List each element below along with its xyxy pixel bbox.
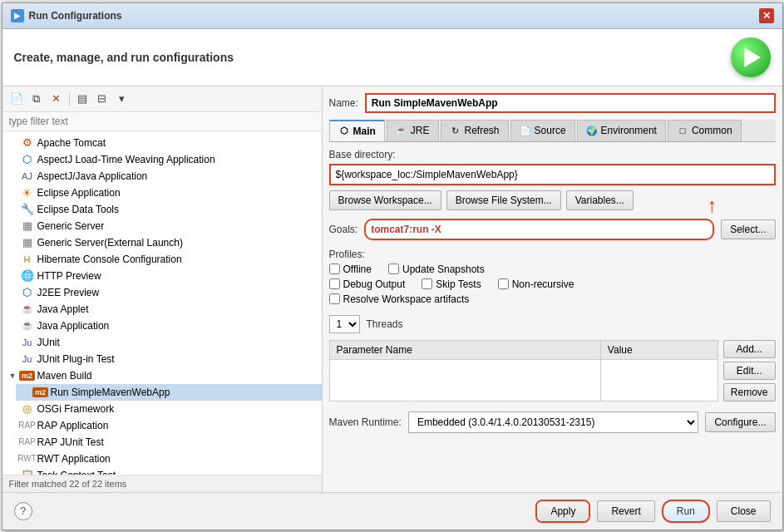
tomcat-icon: ⚙ bbox=[21, 136, 34, 150]
tree-item-http[interactable]: 🌐 HTTP Preview bbox=[2, 268, 322, 284]
debug-output-label: Debug Output bbox=[343, 278, 406, 290]
tab-main[interactable]: ⬡ Main bbox=[329, 120, 385, 141]
tree-item-label: Apache Tomcat bbox=[37, 137, 106, 149]
tree-item-label: Run SimpleMavenWebApp bbox=[51, 387, 170, 398]
tree-item-java-applet[interactable]: ☕ Java Applet bbox=[2, 301, 322, 318]
tree-item-java-app[interactable]: ☕ Java Application bbox=[2, 318, 322, 334]
filter-status: Filter matched 22 of 22 items bbox=[2, 475, 322, 492]
tree-item-j2ee[interactable]: ⬡ J2EE Preview bbox=[2, 284, 322, 301]
tree-item-aspectj-java[interactable]: AJ AspectJ/Java Application bbox=[2, 168, 322, 185]
tree-item-task-context[interactable]: 📋 Task Context Test bbox=[2, 467, 322, 475]
name-input[interactable] bbox=[365, 93, 776, 113]
tree-item-label: RWT Application bbox=[37, 453, 111, 465]
tree-item-rap-junit[interactable]: RAP RAP JUnit Test bbox=[2, 434, 322, 451]
skip-tests-checkbox[interactable] bbox=[422, 278, 432, 289]
help-button[interactable]: ? bbox=[14, 502, 32, 520]
non-recursive-label: Non-recursive bbox=[512, 278, 574, 290]
tab-refresh-label: Refresh bbox=[465, 125, 500, 136]
tree-item-junit-plugin[interactable]: Ju JUnit Plug-in Test bbox=[2, 351, 322, 367]
aspectj-icon: ⬡ bbox=[21, 153, 34, 166]
dialog-icon: ▶ bbox=[11, 9, 24, 22]
profiles-section: Profiles: Offline Update Snapshots Debug… bbox=[329, 249, 776, 308]
add-param-button[interactable]: Add... bbox=[723, 340, 776, 358]
expand-arrow-icon: ▼ bbox=[9, 372, 17, 380]
tree-item-generic-server[interactable]: ▦ Generic Server bbox=[2, 218, 322, 234]
filter-input[interactable] bbox=[2, 112, 322, 131]
more-button[interactable]: ▾ bbox=[113, 90, 131, 108]
checkbox-resolve-workspace[interactable]: Resolve Workspace artifacts bbox=[329, 293, 470, 305]
duplicate-config-button[interactable]: ⧉ bbox=[27, 90, 46, 108]
threads-select[interactable]: 1 2 4 bbox=[329, 315, 360, 333]
tree-item-eclipse-data[interactable]: 🔧 Eclipse Data Tools bbox=[2, 201, 322, 218]
base-dir-input[interactable] bbox=[329, 164, 776, 185]
tab-jre-label: JRE bbox=[411, 125, 430, 136]
tree-item-aspectj-load[interactable]: ⬡ AspectJ Load-Time Weaving Application bbox=[2, 151, 322, 168]
tab-refresh[interactable]: ↻ Refresh bbox=[441, 120, 509, 141]
tree-item-osgi[interactable]: ◎ OSGi Framework bbox=[2, 401, 322, 417]
update-snapshots-checkbox[interactable] bbox=[388, 264, 399, 274]
filter-config-button[interactable]: ▤ bbox=[73, 90, 91, 108]
tab-source[interactable]: 📄 Source bbox=[510, 120, 575, 141]
junit-icon: Ju bbox=[21, 336, 34, 349]
checkboxes-row-3: Resolve Workspace artifacts bbox=[329, 293, 776, 305]
tree-item-eclipse-app[interactable]: ☀ Eclipse Application bbox=[2, 185, 322, 201]
base-dir-label: Base directory: bbox=[329, 149, 776, 160]
footer-right: Apply Revert Run Close bbox=[535, 500, 770, 523]
name-label: Name: bbox=[329, 97, 358, 109]
aspectj2-icon: AJ bbox=[21, 170, 34, 183]
footer-left: ? bbox=[14, 502, 32, 520]
offline-checkbox[interactable] bbox=[329, 264, 340, 274]
run-button[interactable]: Run bbox=[662, 500, 710, 523]
close-dialog-button[interactable]: Close bbox=[717, 500, 771, 522]
tree-item-maven-build[interactable]: ▼ m2 Maven Build bbox=[2, 367, 322, 384]
apply-button[interactable]: Apply bbox=[537, 501, 589, 521]
checkbox-skip-tests[interactable]: Skip Tests bbox=[422, 278, 481, 290]
offline-label: Offline bbox=[343, 264, 372, 275]
tab-common[interactable]: □ Common bbox=[668, 120, 742, 141]
checkbox-debug-output[interactable]: Debug Output bbox=[329, 278, 406, 290]
non-recursive-checkbox[interactable] bbox=[498, 278, 509, 289]
common-tab-icon: □ bbox=[677, 125, 688, 136]
close-button[interactable]: ✕ bbox=[759, 8, 774, 23]
configure-runtime-button[interactable]: Configure... bbox=[705, 412, 775, 432]
debug-output-checkbox[interactable] bbox=[329, 278, 340, 289]
browse-workspace-button[interactable]: Browse Workspace... bbox=[329, 190, 441, 210]
new-config-button[interactable]: 📄 bbox=[7, 90, 26, 108]
edit-param-button[interactable]: Edit... bbox=[723, 362, 776, 380]
tree-item-rwt[interactable]: RWT RWT Application bbox=[2, 451, 322, 467]
goals-label: Goals: bbox=[329, 224, 358, 235]
tree-item-rap[interactable]: RAP RAP Application bbox=[2, 417, 322, 434]
checkboxes-row-2: Debug Output Skip Tests Non-recursive bbox=[329, 278, 776, 290]
collapse-all-button[interactable]: ⊟ bbox=[93, 90, 111, 108]
browse-filesystem-button[interactable]: Browse File System... bbox=[446, 190, 561, 210]
checkbox-update-snapshots[interactable]: Update Snapshots bbox=[388, 264, 485, 275]
tabs-bar: ⬡ Main ☕ JRE ↻ Refresh 📄 Source 🌍 En bbox=[329, 120, 776, 142]
right-panel: Name: ⬡ Main ☕ JRE ↻ Refresh 📄 bbox=[323, 86, 782, 492]
eclipse-icon: ☀ bbox=[21, 186, 34, 200]
http-icon: 🌐 bbox=[21, 269, 34, 283]
goals-arrow-icon: ↑ bbox=[708, 194, 717, 217]
variables-button[interactable]: Variables... bbox=[566, 190, 634, 210]
tree-item-generic-server-ext[interactable]: ▦ Generic Server(External Launch) bbox=[2, 234, 322, 251]
tree-item-hibernate[interactable]: H Hibernate Console Configuration bbox=[2, 251, 322, 268]
tree-item-label: RAP Application bbox=[37, 420, 109, 431]
tree-item-label: OSGi Framework bbox=[37, 403, 115, 415]
tab-jre[interactable]: ☕ JRE bbox=[387, 120, 439, 141]
tab-environment[interactable]: 🌍 Environment bbox=[577, 120, 666, 141]
goals-input[interactable] bbox=[364, 219, 714, 240]
server-icon: ▦ bbox=[21, 219, 34, 233]
tree-item-label: Eclipse Data Tools bbox=[37, 204, 120, 215]
param-name-cell bbox=[329, 359, 600, 401]
runtime-select[interactable]: Embedded (3.0.4/1.4.0.20130531-2315) bbox=[408, 411, 699, 433]
select-goals-button[interactable]: Select... bbox=[721, 219, 775, 239]
revert-button[interactable]: Revert bbox=[597, 500, 654, 522]
tree-item-apache-tomcat[interactable]: ⚙ Apache Tomcat bbox=[2, 135, 322, 151]
tree-item-junit[interactable]: Ju JUnit bbox=[2, 334, 322, 351]
remove-param-button[interactable]: Remove bbox=[723, 383, 776, 401]
checkbox-offline[interactable]: Offline bbox=[329, 264, 372, 275]
delete-config-button[interactable]: ✕ bbox=[47, 90, 66, 108]
resolve-workspace-checkbox[interactable] bbox=[329, 293, 340, 304]
dialog-footer: ? Apply Revert Run Close bbox=[2, 492, 782, 530]
tree-item-run-simple[interactable]: m2 Run SimpleMavenWebApp bbox=[16, 384, 322, 401]
checkbox-non-recursive[interactable]: Non-recursive bbox=[498, 278, 574, 290]
